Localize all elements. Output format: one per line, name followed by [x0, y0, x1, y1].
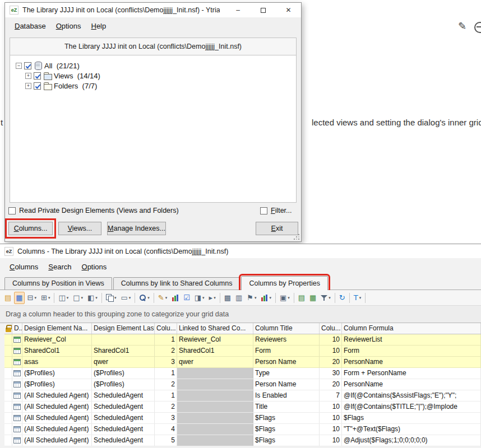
tree-item-views[interactable]: +Views (14/14) — [10, 71, 296, 81]
cell-linked-shared-column[interactable] — [177, 424, 253, 435]
grid-row[interactable]: ($Profiles)($Profiles)2Person Name20Pers… — [4, 379, 481, 390]
apply-actions-icon[interactable]: ▸▾ — [207, 292, 218, 304]
cell-column-position[interactable]: 4 — [155, 424, 177, 435]
menu-search[interactable]: Search — [43, 260, 76, 273]
cell-column-width[interactable]: 20 — [320, 379, 342, 390]
cell-lock[interactable] — [4, 390, 12, 401]
selection-mode-icon[interactable]: □▾ — [71, 292, 85, 304]
column-header[interactable]: Linked to Shared Co... — [177, 323, 253, 334]
cell-design-element-icon[interactable] — [12, 435, 22, 446]
cell-column-width[interactable]: 10 — [320, 346, 342, 356]
cell-column-width[interactable]: 10 — [320, 334, 342, 345]
cell-column-title[interactable]: Person Name — [253, 379, 320, 390]
cell-design-element-last[interactable] — [92, 334, 155, 345]
cell-column-formula[interactable]: Form + PersonName — [342, 368, 481, 379]
grid-row[interactable]: (All Scheduled Agent)ScheduledAgent4$Fla… — [4, 424, 481, 435]
column-header[interactable]: Colu... — [320, 323, 342, 334]
cell-lock[interactable] — [4, 334, 12, 345]
cell-design-element-icon[interactable] — [12, 368, 22, 379]
cell-column-position[interactable]: 3 — [155, 413, 177, 423]
column-header[interactable]: D.. — [12, 323, 22, 334]
cell-lock[interactable] — [4, 424, 12, 435]
grid-row[interactable]: Rewiever_Col1Rewiever_ColReviewers10Revi… — [4, 334, 481, 346]
cell-design-element-last[interactable]: ScheduledAgent — [92, 424, 155, 435]
cell-design-element-icon[interactable] — [12, 346, 22, 356]
cell-linked-shared-column[interactable] — [177, 435, 253, 446]
cell-column-position[interactable]: 2 — [155, 402, 177, 412]
chart-icon[interactable]: ▾ — [259, 292, 273, 304]
cell-design-element-name[interactable]: SharedCol1 — [22, 346, 92, 356]
cell-design-element-last[interactable]: ScheduledAgent — [92, 390, 155, 401]
cell-linked-shared-column[interactable] — [177, 390, 253, 401]
grid-row[interactable]: asasqwer3qwerPerson Name20PersonName — [4, 357, 481, 368]
cell-column-title[interactable]: Reviewers — [253, 334, 320, 345]
cell-column-formula[interactable]: ReviewerList — [342, 334, 481, 345]
column-header[interactable]: Colu... — [155, 323, 177, 334]
export-table-icon[interactable]: ▦ — [308, 292, 318, 304]
cell-linked-shared-column[interactable] — [177, 379, 253, 390]
cell-column-formula[interactable]: $Flags — [342, 413, 481, 423]
cell-design-element-last[interactable]: ScheduledAgent — [92, 435, 155, 446]
check-values-icon[interactable]: ☑ — [182, 292, 192, 304]
refresh-icon[interactable]: ↻ — [337, 292, 347, 304]
cell-column-formula[interactable]: PersonName — [342, 357, 481, 367]
cell-column-formula[interactable]: Form — [342, 346, 481, 356]
color-rules-icon[interactable] — [170, 292, 181, 304]
export-grid-icon[interactable]: ▤ — [297, 292, 307, 304]
cell-column-title[interactable]: Form — [253, 346, 320, 356]
menu-help[interactable]: Help — [86, 20, 111, 32]
filter-checkbox[interactable] — [260, 207, 267, 214]
grid-row[interactable]: (All Scheduled Agent)ScheduledAgent1Is E… — [4, 390, 481, 402]
picture-export-icon[interactable]: ▣▾ — [278, 292, 292, 304]
cell-column-title[interactable]: Title — [253, 402, 320, 412]
grid-view-icon[interactable]: ▦ — [14, 292, 24, 304]
columns-button[interactable]: Columns... — [8, 222, 53, 235]
cell-column-formula[interactable]: @If(@Contains($TITLE;"|");@Implode — [342, 402, 481, 412]
cell-column-formula[interactable]: PersonName — [342, 379, 481, 390]
cell-lock[interactable] — [4, 368, 12, 379]
flag-rows-icon[interactable]: ⚑▾ — [245, 292, 258, 304]
cell-column-position[interactable]: 1 — [155, 334, 177, 345]
cell-column-title[interactable]: $Flags — [253, 424, 320, 435]
cell-design-element-name[interactable]: (All Scheduled Agent) — [22, 435, 92, 446]
minimize-button[interactable] — [225, 3, 251, 17]
menu-options[interactable]: Options — [51, 20, 86, 32]
grid-lines-icon[interactable]: ▥ — [234, 292, 244, 304]
cell-column-width[interactable]: 7 — [320, 390, 342, 401]
cell-lock[interactable] — [4, 435, 12, 446]
column-header[interactable]: Column Formula — [342, 323, 481, 334]
read-private-option[interactable]: Read Private Design Elements (Views and … — [8, 207, 179, 214]
cell-design-element-name[interactable]: (All Scheduled Agent) — [22, 390, 92, 401]
grouping-icon[interactable]: ⊟▾ — [26, 292, 38, 304]
row-height-icon[interactable]: ▩ — [223, 292, 233, 304]
dialog-titlebar[interactable]: eZ The Library JJJJ init on Local (confl… — [5, 3, 301, 17]
cell-design-element-icon[interactable] — [12, 357, 22, 367]
grid-row[interactable]: (All Scheduled Agent)ScheduledAgent3$Fla… — [4, 413, 481, 424]
cell-linked-shared-column[interactable] — [177, 402, 253, 412]
cell-design-element-last[interactable]: ($Profiles) — [92, 368, 155, 379]
cell-column-title[interactable]: $Flags — [253, 413, 320, 423]
lock-column-header[interactable] — [4, 323, 12, 334]
read-private-checkbox[interactable] — [8, 207, 16, 214]
edit-pencil-icon[interactable] — [458, 20, 466, 32]
collapse-toggle-icon[interactable]: − — [16, 63, 22, 69]
tree-item-folders[interactable]: +Folders (7/7) — [10, 81, 296, 91]
copy-icon[interactable]: ▾ — [104, 292, 118, 304]
cell-design-element-name[interactable]: ($Profiles) — [22, 379, 92, 390]
cell-column-title[interactable]: Person Name — [253, 357, 320, 367]
menu-columns[interactable]: Columns — [4, 260, 43, 273]
search-icon[interactable]: ▾ — [137, 292, 151, 304]
tab-columns-by-link[interactable]: Columns by link to Shared Columns — [113, 277, 240, 290]
filter-icon[interactable]: ▾ — [319, 292, 332, 304]
expand-all-icon[interactable]: ⊞▾ — [39, 292, 52, 304]
cell-column-position[interactable]: 2 — [155, 379, 177, 390]
exit-button[interactable]: Exit — [256, 222, 298, 235]
cell-column-formula[interactable]: @Adjust($Flags;1;0;0;0;0;0) — [342, 435, 481, 446]
filter-option[interactable]: Filter... — [260, 207, 292, 214]
manage-indexes-button[interactable]: Manage Indexes... — [107, 222, 166, 235]
cell-design-element-icon[interactable] — [12, 390, 22, 401]
cell-column-formula[interactable]: @If(@Contains($AssistFlags;"E");"Y"; — [342, 390, 481, 401]
columns-window-titlebar[interactable]: eZ Columns - The Library JJJJ init on Lo… — [0, 244, 481, 258]
cell-lock[interactable] — [4, 402, 12, 412]
cell-column-position[interactable]: 2 — [155, 346, 177, 356]
